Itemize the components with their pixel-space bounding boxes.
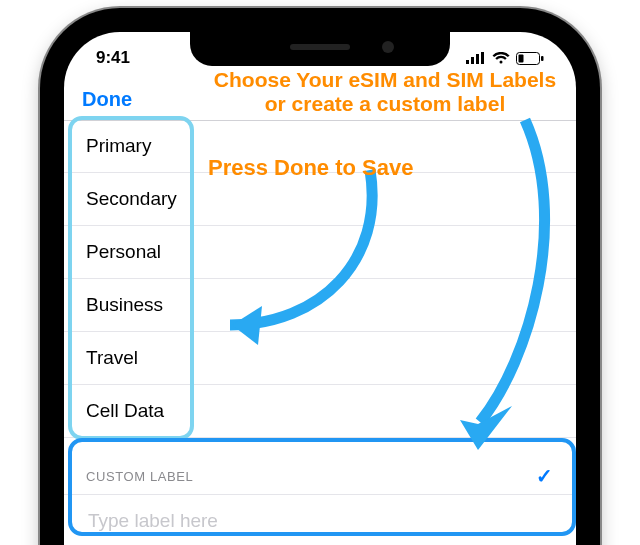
svg-rect-1 bbox=[471, 57, 474, 64]
svg-rect-2 bbox=[476, 54, 479, 64]
status-time: 9:41 bbox=[96, 48, 130, 68]
svg-rect-3 bbox=[481, 52, 484, 64]
checkmark-icon: ✓ bbox=[536, 464, 554, 488]
svg-marker-7 bbox=[232, 306, 262, 345]
signal-icon bbox=[466, 52, 486, 64]
notch bbox=[190, 32, 450, 66]
annotation-headline: Choose Your eSIM and SIM Labels or creat… bbox=[185, 68, 585, 116]
svg-rect-0 bbox=[466, 60, 469, 64]
done-button[interactable]: Done bbox=[82, 88, 132, 111]
custom-label-header: CUSTOM LABEL ✓ bbox=[64, 456, 576, 495]
svg-rect-6 bbox=[519, 54, 524, 62]
custom-label-section: CUSTOM LABEL ✓ bbox=[64, 456, 576, 545]
battery-icon bbox=[516, 52, 544, 65]
wifi-icon bbox=[492, 52, 510, 64]
svg-rect-5 bbox=[541, 56, 544, 61]
custom-label-input[interactable] bbox=[86, 509, 554, 533]
annotation-press-done: Press Done to Save bbox=[208, 155, 413, 180]
custom-label-row[interactable] bbox=[64, 495, 576, 545]
